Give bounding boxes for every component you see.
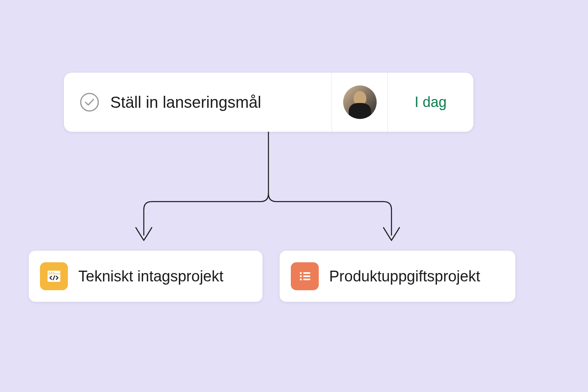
svg-rect-11: [303, 275, 310, 277]
project-title: Produktuppgiftsprojekt: [329, 268, 480, 285]
task-title: Ställ in lanseringsmål: [110, 93, 261, 111]
connector-lines: [132, 132, 403, 251]
svg-point-10: [300, 275, 302, 277]
svg-point-3: [49, 272, 50, 273]
task-main-section: Ställ in lanseringsmål: [64, 93, 332, 112]
svg-point-4: [51, 272, 52, 273]
svg-rect-9: [303, 272, 310, 274]
task-date: I dag: [415, 94, 447, 111]
task-card[interactable]: Ställ in lanseringsmål I dag: [64, 73, 473, 132]
list-icon: [291, 262, 319, 290]
svg-point-8: [300, 272, 302, 274]
project-card-technical[interactable]: Tekniskt intagsprojekt: [29, 251, 262, 302]
svg-point-12: [300, 279, 302, 281]
svg-rect-13: [303, 279, 310, 280]
check-circle-icon[interactable]: [80, 93, 99, 112]
project-title: Tekniskt intagsprojekt: [78, 268, 223, 285]
svg-point-5: [53, 272, 54, 273]
svg-point-0: [81, 93, 98, 111]
project-card-product[interactable]: Produktuppgiftsprojekt: [280, 251, 515, 302]
avatar: [343, 85, 377, 119]
task-date-section[interactable]: I dag: [387, 73, 473, 132]
task-assignee-section[interactable]: [332, 73, 387, 132]
code-window-icon: [40, 262, 68, 290]
